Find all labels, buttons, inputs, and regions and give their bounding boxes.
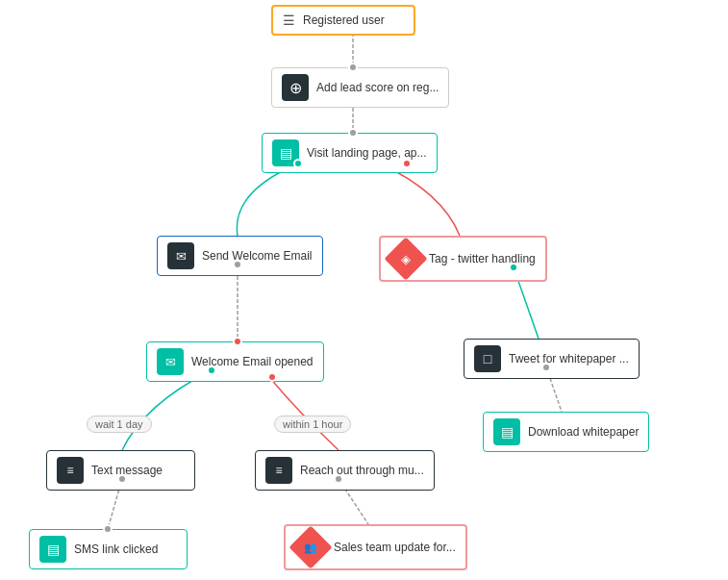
dot-twitter-bottom bbox=[509, 263, 518, 272]
node-reachout[interactable]: ≡ Reach out through mu... bbox=[255, 450, 435, 491]
email-opened-icon bbox=[165, 355, 176, 369]
wait-hour-text: within 1 hour bbox=[283, 418, 342, 430]
smsclicked-label: SMS link clicked bbox=[74, 542, 158, 556]
registered-label: Registered user bbox=[303, 13, 385, 27]
smsclicked-icon-box bbox=[39, 536, 66, 563]
node-welcomeemail[interactable]: Send Welcome Email bbox=[157, 236, 323, 276]
email-icon bbox=[176, 249, 187, 264]
node-download[interactable]: Download whitepaper bbox=[483, 412, 649, 452]
download-icon bbox=[501, 424, 514, 440]
dot-emailopened-left bbox=[233, 337, 242, 346]
twitter-label: Tag - twitter handling bbox=[429, 252, 536, 265]
wait-label-day: wait 1 day bbox=[87, 416, 152, 433]
dot-tweet-bottom bbox=[541, 363, 551, 372]
dot-landing-top bbox=[348, 128, 358, 138]
chat-icon: ≡ bbox=[66, 464, 73, 477]
leadscore-icon-box bbox=[282, 74, 309, 101]
dot-landing-left bbox=[293, 159, 303, 168]
node-tweet[interactable]: □ Tweet for whitepaper ... bbox=[464, 339, 640, 379]
welcomeemail-label: Send Welcome Email bbox=[202, 249, 313, 263]
textmsg-label: Text message bbox=[91, 464, 163, 477]
reachout-icon: ≡ bbox=[275, 464, 282, 477]
node-textmsg[interactable]: ≡ Text message bbox=[46, 450, 195, 491]
emailopened-icon-box bbox=[157, 348, 184, 375]
dot-welcome-bottom bbox=[233, 260, 242, 269]
tag-icon: ◈ bbox=[401, 252, 411, 266]
salesteam-icon: 👥 bbox=[304, 542, 317, 554]
reachout-label: Reach out through mu... bbox=[300, 464, 424, 477]
dot-textmsg-bottom bbox=[117, 474, 127, 484]
sms-icon bbox=[47, 542, 60, 557]
node-emailopened[interactable]: Welcome Email opened bbox=[146, 341, 324, 382]
wait-label-hour: within 1 hour bbox=[274, 416, 351, 433]
tweet-icon: □ bbox=[484, 351, 491, 366]
textmsg-icon-box: ≡ bbox=[57, 457, 84, 484]
dot-landing-right bbox=[402, 159, 412, 168]
wait-day-text: wait 1 day bbox=[95, 418, 143, 430]
node-salesteam[interactable]: 👥 Sales team update for... bbox=[284, 524, 467, 570]
node-smsclicked[interactable]: SMS link clicked bbox=[29, 529, 188, 569]
node-landing[interactable]: Visit landing page, ap... bbox=[262, 133, 438, 173]
node-twitter[interactable]: ◈ Tag - twitter handling bbox=[379, 236, 547, 282]
salesteam-label: Sales team update for... bbox=[334, 541, 456, 554]
reachout-icon-box: ≡ bbox=[265, 457, 292, 484]
node-registered[interactable]: Registered user bbox=[271, 5, 415, 36]
dot-sms-top bbox=[103, 524, 113, 534]
dot-emailopened-bottom-left bbox=[207, 366, 216, 375]
welcomeemail-icon-box bbox=[167, 242, 194, 269]
form-icon bbox=[280, 145, 292, 161]
tweet-icon-box: □ bbox=[474, 345, 501, 372]
workflow-canvas: wait 1 day within 1 hour Registered user… bbox=[0, 0, 728, 580]
download-label: Download whitepaper bbox=[528, 425, 639, 439]
list-icon bbox=[283, 13, 295, 28]
leadscore-label: Add lead score on reg... bbox=[316, 81, 439, 94]
download-icon-box bbox=[493, 418, 520, 445]
landing-label: Visit landing page, ap... bbox=[307, 146, 427, 160]
dot-emailopened-bottom-right bbox=[267, 372, 277, 382]
dot-reachout-bottom bbox=[334, 474, 343, 484]
tweet-label: Tweet for whitepaper ... bbox=[509, 352, 629, 366]
node-leadscore[interactable]: Add lead score on reg... bbox=[271, 67, 449, 108]
dot-leadscore-top bbox=[348, 63, 358, 72]
circle-plus-icon bbox=[289, 79, 302, 97]
